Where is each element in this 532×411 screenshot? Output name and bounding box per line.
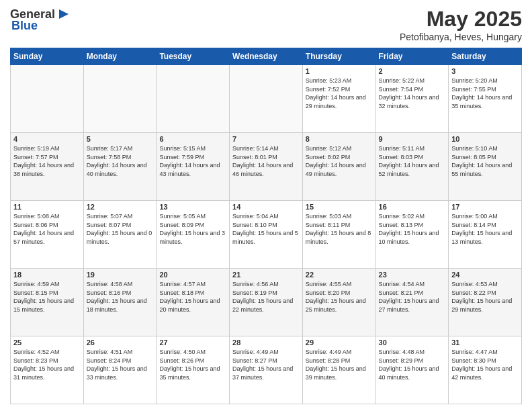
table-row: 20Sunrise: 4:57 AMSunset: 8:18 PMDayligh…	[157, 269, 230, 336]
day-number: 27	[159, 338, 226, 347]
day-number: 21	[232, 271, 300, 279]
day-number: 8	[306, 135, 373, 143]
table-row: 28Sunrise: 4:49 AMSunset: 8:27 PMDayligh…	[230, 336, 303, 404]
table-row: 17Sunrise: 5:00 AMSunset: 8:14 PMDayligh…	[449, 201, 522, 269]
day-number: 9	[379, 135, 446, 143]
day-info: Sunrise: 5:23 AMSunset: 7:52 PMDaylight:…	[306, 77, 373, 110]
day-info: Sunrise: 4:47 AMSunset: 8:30 PMDaylight:…	[451, 348, 519, 381]
day-number: 11	[13, 203, 81, 211]
day-number: 14	[232, 203, 300, 211]
table-row: 8Sunrise: 5:12 AMSunset: 8:02 PMDaylight…	[302, 133, 375, 201]
day-info: Sunrise: 4:48 AMSunset: 8:29 PMDaylight:…	[379, 348, 446, 381]
day-info: Sunrise: 5:05 AMSunset: 8:09 PMDaylight:…	[159, 212, 226, 246]
day-info: Sunrise: 4:58 AMSunset: 8:16 PMDaylight:…	[87, 280, 154, 314]
day-number: 18	[13, 271, 81, 279]
table-row: 12Sunrise: 5:07 AMSunset: 8:07 PMDayligh…	[83, 201, 157, 269]
table-row: 31Sunrise: 4:47 AMSunset: 8:30 PMDayligh…	[449, 336, 522, 404]
col-wednesday: Wednesday	[230, 48, 303, 65]
logo-blue: Blue	[11, 19, 38, 33]
day-number: 16	[379, 203, 446, 211]
day-number: 1	[306, 67, 373, 75]
table-row: 30Sunrise: 4:48 AMSunset: 8:29 PMDayligh…	[375, 336, 449, 404]
table-row: 19Sunrise: 4:58 AMSunset: 8:16 PMDayligh…	[83, 269, 157, 336]
day-info: Sunrise: 5:17 AMSunset: 7:58 PMDaylight:…	[87, 144, 154, 178]
day-number: 22	[306, 271, 373, 279]
day-info: Sunrise: 5:19 AMSunset: 7:57 PMDaylight:…	[13, 144, 81, 178]
table-row: 10Sunrise: 5:10 AMSunset: 8:05 PMDayligh…	[449, 133, 522, 201]
table-row: 2Sunrise: 5:22 AMSunset: 7:54 PMDaylight…	[375, 65, 449, 133]
day-info: Sunrise: 5:15 AMSunset: 7:59 PMDaylight:…	[159, 144, 226, 178]
day-number: 19	[87, 271, 154, 279]
table-row	[230, 65, 303, 133]
day-info: Sunrise: 5:02 AMSunset: 8:13 PMDaylight:…	[379, 212, 446, 246]
table-row: 21Sunrise: 4:56 AMSunset: 8:19 PMDayligh…	[230, 269, 303, 336]
table-row: 16Sunrise: 5:02 AMSunset: 8:13 PMDayligh…	[375, 201, 449, 269]
table-row	[83, 65, 157, 133]
day-number: 3	[451, 67, 519, 75]
day-number: 7	[232, 135, 300, 143]
table-row: 26Sunrise: 4:51 AMSunset: 8:24 PMDayligh…	[83, 336, 157, 404]
day-number: 13	[159, 203, 226, 211]
day-info: Sunrise: 4:49 AMSunset: 8:27 PMDaylight:…	[232, 348, 300, 381]
title-area: May 2025 Petofibanya, Heves, Hungary	[400, 7, 522, 42]
col-sunday: Sunday	[11, 48, 84, 65]
table-row: 14Sunrise: 5:04 AMSunset: 8:10 PMDayligh…	[230, 201, 303, 269]
table-row	[11, 65, 84, 133]
table-row: 4Sunrise: 5:19 AMSunset: 7:57 PMDaylight…	[11, 133, 84, 201]
day-info: Sunrise: 5:12 AMSunset: 8:02 PMDaylight:…	[306, 144, 373, 178]
day-number: 29	[306, 338, 373, 347]
col-friday: Friday	[375, 48, 449, 65]
table-row: 22Sunrise: 4:55 AMSunset: 8:20 PMDayligh…	[302, 269, 375, 336]
day-number: 28	[232, 338, 300, 347]
table-row: 29Sunrise: 4:49 AMSunset: 8:28 PMDayligh…	[302, 336, 375, 404]
day-info: Sunrise: 5:04 AMSunset: 8:10 PMDaylight:…	[232, 212, 300, 246]
table-row: 15Sunrise: 5:03 AMSunset: 8:11 PMDayligh…	[302, 201, 375, 269]
logo: General Blue	[10, 7, 70, 33]
day-info: Sunrise: 5:00 AMSunset: 8:14 PMDaylight:…	[451, 212, 519, 246]
day-info: Sunrise: 5:10 AMSunset: 8:05 PMDaylight:…	[451, 144, 519, 178]
day-number: 12	[87, 203, 154, 211]
day-number: 4	[13, 135, 81, 143]
day-number: 15	[306, 203, 373, 211]
day-info: Sunrise: 4:49 AMSunset: 8:28 PMDaylight:…	[306, 348, 373, 381]
table-row: 6Sunrise: 5:15 AMSunset: 7:59 PMDaylight…	[157, 133, 230, 201]
calendar-week-row: 1Sunrise: 5:23 AMSunset: 7:52 PMDaylight…	[11, 65, 522, 133]
table-row: 27Sunrise: 4:50 AMSunset: 8:26 PMDayligh…	[157, 336, 230, 404]
calendar-week-row: 11Sunrise: 5:08 AMSunset: 8:06 PMDayligh…	[11, 201, 522, 269]
day-number: 24	[451, 271, 519, 279]
day-info: Sunrise: 5:08 AMSunset: 8:06 PMDaylight:…	[13, 212, 81, 246]
table-row: 24Sunrise: 4:53 AMSunset: 8:22 PMDayligh…	[449, 269, 522, 336]
day-number: 6	[159, 135, 226, 143]
day-info: Sunrise: 4:52 AMSunset: 8:23 PMDaylight:…	[13, 348, 81, 381]
logo-icon	[55, 7, 70, 21]
day-number: 2	[379, 67, 446, 75]
calendar-header-row: Sunday Monday Tuesday Wednesday Thursday…	[11, 48, 522, 65]
day-number: 20	[159, 271, 226, 279]
day-number: 17	[451, 203, 519, 211]
day-info: Sunrise: 4:56 AMSunset: 8:19 PMDaylight:…	[232, 280, 300, 314]
day-number: 23	[379, 271, 446, 279]
main-title: May 2025	[400, 7, 522, 32]
day-info: Sunrise: 4:50 AMSunset: 8:26 PMDaylight:…	[159, 348, 226, 381]
table-row: 23Sunrise: 4:54 AMSunset: 8:21 PMDayligh…	[375, 269, 449, 336]
col-saturday: Saturday	[449, 48, 522, 65]
table-row: 18Sunrise: 4:59 AMSunset: 8:15 PMDayligh…	[11, 269, 84, 336]
day-info: Sunrise: 5:07 AMSunset: 8:07 PMDaylight:…	[87, 212, 154, 246]
day-number: 31	[451, 338, 519, 347]
col-tuesday: Tuesday	[157, 48, 230, 65]
table-row: 7Sunrise: 5:14 AMSunset: 8:01 PMDaylight…	[230, 133, 303, 201]
day-info: Sunrise: 4:59 AMSunset: 8:15 PMDaylight:…	[13, 280, 81, 314]
subtitle: Petofibanya, Heves, Hungary	[400, 32, 522, 42]
calendar-table: Sunday Monday Tuesday Wednesday Thursday…	[10, 48, 522, 404]
table-row: 3Sunrise: 5:20 AMSunset: 7:55 PMDaylight…	[449, 65, 522, 133]
calendar-week-row: 4Sunrise: 5:19 AMSunset: 7:57 PMDaylight…	[11, 133, 522, 201]
table-row: 1Sunrise: 5:23 AMSunset: 7:52 PMDaylight…	[302, 65, 375, 133]
svg-marker-0	[59, 9, 69, 19]
day-info: Sunrise: 4:55 AMSunset: 8:20 PMDaylight:…	[306, 280, 373, 314]
day-info: Sunrise: 4:54 AMSunset: 8:21 PMDaylight:…	[379, 280, 446, 314]
day-info: Sunrise: 5:22 AMSunset: 7:54 PMDaylight:…	[379, 77, 446, 110]
table-row	[157, 65, 230, 133]
table-row: 5Sunrise: 5:17 AMSunset: 7:58 PMDaylight…	[83, 133, 157, 201]
col-monday: Monday	[83, 48, 157, 65]
day-number: 5	[87, 135, 154, 143]
